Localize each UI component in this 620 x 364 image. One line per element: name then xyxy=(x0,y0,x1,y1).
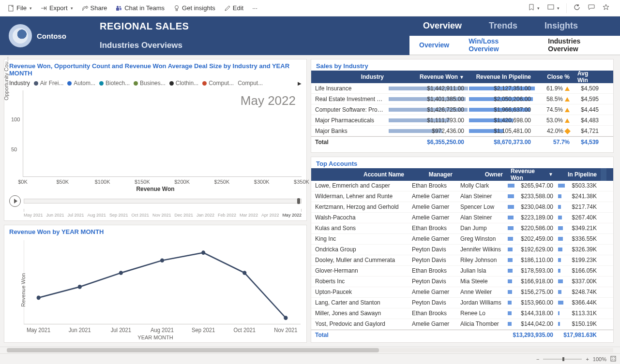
accounts-title: Top Accounts xyxy=(311,157,613,168)
file-menu[interactable]: File ▾ xyxy=(4,2,36,14)
scatter-chart-card: Revenue Won, Opportunity Count and Reven… xyxy=(4,59,307,221)
col-close[interactable]: Close % xyxy=(535,71,574,83)
table-row[interactable]: King IncAmelie GarnerGreg Winston$202,45… xyxy=(311,234,613,245)
zoom-value: 100% xyxy=(593,356,606,362)
insights-button[interactable]: Get insights xyxy=(169,2,219,14)
svg-point-3 xyxy=(120,6,121,7)
insights-label: Get insights xyxy=(182,4,215,12)
export-icon xyxy=(41,5,47,12)
zoom-out[interactable]: − xyxy=(536,356,539,362)
line-ylabel: Revenue Won xyxy=(20,274,26,307)
legend-next[interactable]: ▶ xyxy=(298,81,302,86)
header: Contoso REGIONAL SALES Industries Overvi… xyxy=(0,16,620,55)
legend-item[interactable]: Comput... xyxy=(202,80,234,87)
comment-icon xyxy=(588,4,595,12)
legend-dot xyxy=(99,81,104,86)
col-owner[interactable]: Owner xyxy=(456,168,507,181)
file-label: File xyxy=(16,4,27,12)
edit-button[interactable]: Edit xyxy=(220,2,247,14)
svg-text:Aug 2021: Aug 2021 xyxy=(151,327,174,333)
page-title: REGIONAL SALES xyxy=(93,16,409,36)
col-revenue-won[interactable]: Revenue Won▼ xyxy=(388,71,468,83)
legend-dot xyxy=(67,81,72,86)
more-button[interactable]: ··· xyxy=(248,2,261,14)
trend-up-icon xyxy=(565,87,570,91)
accounts-body[interactable]: Lowe, Emmerich and CasperEthan BrooksMol… xyxy=(311,181,613,330)
table-row[interactable]: Glover-HermannEthan BrooksJulian Isla$17… xyxy=(311,266,613,277)
tab-trends[interactable]: Trends xyxy=(475,16,531,36)
horizontal-scrollbar[interactable] xyxy=(0,347,620,353)
legend-item[interactable]: Autom... xyxy=(67,80,95,87)
line-chart[interactable]: Revenue Won $1M$2M$3M May 2021Jun 2021Ju… xyxy=(24,240,301,335)
table-row[interactable]: Upton-PaucekAmelie GarnerAnne Weiler$156… xyxy=(311,287,613,298)
line-chart-card: Revenue Won by YEAR MONTH Revenue Won $1… xyxy=(4,225,307,343)
legend-item[interactable]: Busines... xyxy=(134,80,166,87)
table-row[interactable]: Major Pharmaceuticals$1,111,793.00$1,420… xyxy=(311,115,613,126)
table-row[interactable]: Lowe, Emmerich and CasperEthan BrooksMol… xyxy=(311,181,613,191)
col-won[interactable]: Revenue Won▼ xyxy=(507,168,557,181)
subtab-win-loss-overview[interactable]: Win/Loss Overview xyxy=(459,36,538,55)
col-pipe[interactable]: In Pipeline xyxy=(557,168,601,181)
time-slider[interactable] xyxy=(24,199,302,204)
table-row[interactable]: Computer Software: Progra...$1,426,725.0… xyxy=(311,104,613,115)
table-row[interactable]: Ondricka GroupPeyton DavisJennifer Wilki… xyxy=(311,245,613,255)
trend-warn-icon xyxy=(564,128,571,134)
table-row[interactable]: Life Insurance$1,442,911.00$2,127,351.00… xyxy=(311,83,613,94)
col-account[interactable]: Account Name xyxy=(311,168,408,181)
brand-name: Contoso xyxy=(37,32,66,40)
export-menu[interactable]: Export ▾ xyxy=(37,2,77,14)
tab-insights[interactable]: Insights xyxy=(531,16,591,36)
share-button[interactable]: Share xyxy=(78,2,111,14)
table-row[interactable]: Dooley, Muller and CummerataPeyton Davis… xyxy=(311,255,613,266)
table-row[interactable]: Roberts IncPeyton DavisMia Steele$166,91… xyxy=(311,277,613,287)
legend-item[interactable]: Clothin... xyxy=(169,80,198,87)
accounts-header: Account Name Manager Owner Revenue Won▼ … xyxy=(311,168,613,181)
tab-overview[interactable]: Overview xyxy=(409,16,475,36)
view-menu[interactable]: ▾ xyxy=(544,2,562,14)
share-label: Share xyxy=(91,4,107,12)
col-avg[interactable]: Avg Win xyxy=(574,71,603,83)
favorite-button[interactable] xyxy=(600,2,612,14)
legend-item[interactable]: Air Frei... xyxy=(34,80,64,87)
table-row[interactable]: Lang, Carter and StantonPeyton DavisJord… xyxy=(311,298,613,308)
col-manager[interactable]: Manager xyxy=(408,168,456,181)
table-row[interactable]: Kulas and SonsEthan BrooksDan Jump$220,5… xyxy=(311,223,613,234)
svg-point-16 xyxy=(119,271,123,275)
chat-button[interactable]: Chat in Teams xyxy=(112,2,168,14)
subtab-overview[interactable]: Overview xyxy=(409,36,459,55)
view-icon xyxy=(547,4,554,12)
table-row[interactable]: Yost, Predovic and GaylordAmelie GarnerA… xyxy=(311,319,613,330)
subtab-industries-overview[interactable]: Industries Overview xyxy=(538,36,620,55)
play-button[interactable] xyxy=(9,195,21,207)
col-industry[interactable]: Industry xyxy=(311,71,388,83)
table-row[interactable]: Walsh-PacochaAmelie GarnerAlan Steiner$2… xyxy=(311,213,613,223)
scatter-plot[interactable]: Opportunity Cou… May 2022 10050 $0K$50K$… xyxy=(23,90,302,177)
legend-item[interactable]: Comput... xyxy=(238,80,263,87)
table-row[interactable]: Miller, Jones and SawaynEthan BrooksRene… xyxy=(311,308,613,319)
legend-item[interactable]: Biotech... xyxy=(99,80,130,87)
bookmark-menu[interactable]: ▾ xyxy=(526,2,543,14)
col-pipeline[interactable]: Revenue In Pipeline xyxy=(468,71,535,83)
file-icon xyxy=(8,5,15,12)
svg-point-14 xyxy=(37,295,41,300)
comment-button[interactable] xyxy=(585,2,598,14)
export-label: Export xyxy=(49,4,68,12)
trend-up-icon xyxy=(565,118,570,123)
svg-point-2 xyxy=(117,6,119,8)
scatter-watermark: May 2022 xyxy=(241,93,296,108)
refresh-button[interactable] xyxy=(571,2,583,14)
svg-text:Sep 2021: Sep 2021 xyxy=(192,327,215,333)
table-row[interactable]: Kertzmann, Herzog and GerholdAmelie Garn… xyxy=(311,202,613,213)
bookmark-icon xyxy=(529,4,534,12)
scatter-legend: IndustryAir Frei...Autom...Biotech...Bus… xyxy=(4,78,306,88)
table-row[interactable]: Real Estate Investment Trusts$1,401,385.… xyxy=(311,94,613,104)
table-row[interactable]: Major Banks$972,436.00$1,105,481.0042.0%… xyxy=(311,126,613,136)
svg-point-19 xyxy=(242,271,246,275)
fit-page-icon[interactable] xyxy=(610,356,616,363)
svg-point-17 xyxy=(160,258,164,262)
table-row[interactable]: Wilderman, Lehner and RunteAmelie Garner… xyxy=(311,191,613,202)
svg-point-15 xyxy=(78,285,82,289)
refresh-icon xyxy=(574,4,580,12)
zoom-slider[interactable] xyxy=(543,359,582,360)
zoom-in[interactable]: + xyxy=(586,356,589,362)
